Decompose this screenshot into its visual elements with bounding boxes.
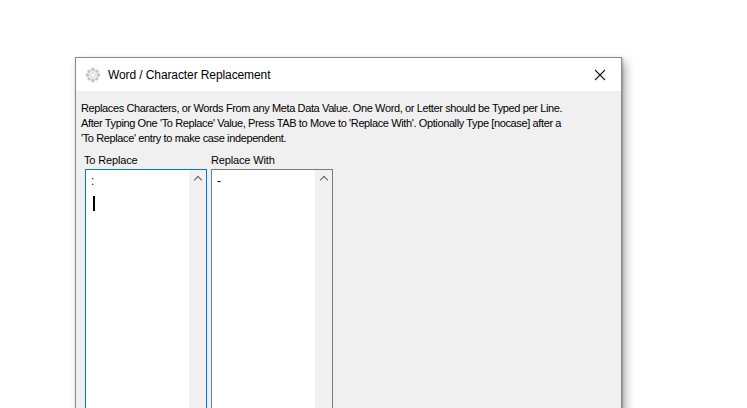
replace-with-label: Replace With — [211, 154, 275, 166]
text-cursor — [93, 196, 95, 211]
to-replace-textarea[interactable]: : — [85, 169, 207, 408]
replace-with-value: - — [212, 170, 315, 408]
dialog-title-bar[interactable]: Word / Character Replacement — [76, 58, 621, 91]
scroll-up-button[interactable] — [189, 170, 206, 187]
chevron-up-icon — [193, 176, 201, 184]
description-line-3: 'To Replace' entry to make case independ… — [81, 131, 619, 146]
replace-with-scrollbar[interactable] — [315, 170, 332, 408]
desktop-background: Word / Character Replacement Replaces Ch… — [0, 0, 747, 408]
description-line-2: After Typing One 'To Replace' Value, Pre… — [81, 116, 619, 131]
description-line-1: Replaces Characters, or Words From any M… — [81, 101, 619, 116]
close-button[interactable] — [579, 58, 621, 91]
close-icon — [594, 69, 606, 81]
to-replace-scrollbar[interactable] — [189, 170, 206, 408]
to-replace-label: To Replace — [84, 154, 138, 166]
to-replace-value: : — [86, 170, 189, 408]
dialog-title: Word / Character Replacement — [108, 68, 270, 82]
replace-with-textarea[interactable]: - — [211, 169, 333, 408]
scroll-up-button[interactable] — [315, 170, 332, 187]
chevron-up-icon — [319, 176, 327, 184]
description-text: Replaces Characters, or Words From any M… — [81, 101, 619, 146]
flower-gear-icon — [85, 67, 101, 83]
word-character-replacement-dialog: Word / Character Replacement Replaces Ch… — [75, 57, 622, 408]
